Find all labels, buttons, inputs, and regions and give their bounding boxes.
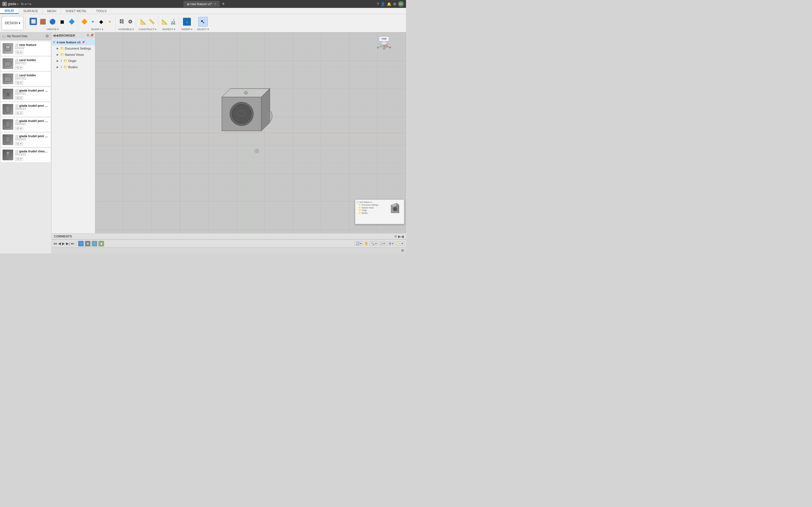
app-dropdown-icon[interactable]: ▾: [17, 3, 18, 6]
app-logo[interactable]: ● giada ▾: [2, 2, 18, 6]
version-badge[interactable]: V2 ▾: [15, 96, 23, 100]
tab-sheet-metal[interactable]: SHEET METAL: [61, 8, 91, 14]
active-tab[interactable]: ◼ new feature v1* ×: [184, 1, 220, 7]
section-analysis-button[interactable]: 🔬: [169, 18, 177, 25]
offset-plane-button[interactable]: 📐: [139, 18, 147, 25]
revolve-button[interactable]: 🔵: [48, 17, 57, 26]
new-component-button[interactable]: ⬜: [29, 17, 38, 26]
tab-mesh[interactable]: MESH: [43, 8, 61, 14]
list-item[interactable]: ⬜ giada trudel chess piece 10/13/21 V4 ▾: [1, 148, 50, 163]
select-button[interactable]: ↖: [198, 17, 208, 26]
undo-button[interactable]: ↩: [24, 2, 28, 6]
mini-map[interactable]: ⬜ new feature v1 📁 Document Settings 📁 N…: [355, 200, 404, 224]
timeline-icon-feature[interactable]: ◆: [98, 241, 104, 246]
tree-arrow-origin[interactable]: ▶: [56, 59, 59, 63]
loft-button[interactable]: 🔷: [67, 17, 76, 26]
tab-solid[interactable]: SOLID: [0, 8, 19, 14]
list-item[interactable]: ⬜ new feature 1/12/22 V1 ▾: [1, 41, 50, 56]
timeline-icon-sketch[interactable]: □: [78, 241, 84, 246]
zoom-button[interactable]: 🔍 ▾: [370, 241, 378, 245]
avatar[interactable]: GT: [398, 1, 404, 7]
measure-button[interactable]: 📐: [161, 18, 168, 25]
construct-btn2[interactable]: 📏: [148, 18, 156, 25]
version-badge[interactable]: V1 ▾: [15, 127, 23, 130]
version-badge[interactable]: V1 ▾: [15, 142, 23, 145]
browser-settings-button[interactable]: ⚙: [87, 34, 89, 37]
tree-item-document-settings[interactable]: ▶ 📁 Document Settings: [52, 45, 95, 52]
timeline-icon-extrude[interactable]: ■: [85, 241, 91, 246]
tab-close-button[interactable]: ×: [214, 2, 216, 6]
press-pull-button[interactable]: 🔶: [80, 18, 88, 25]
list-item[interactable]: ⬜ giada trudel pen/ pencil holder 10/20/…: [1, 133, 50, 147]
tree-arrow-bodies[interactable]: ▶: [56, 65, 59, 69]
sweep-button[interactable]: ◼: [57, 17, 66, 26]
timeline-next-button[interactable]: ▶|: [66, 241, 70, 245]
version-badge[interactable]: V4 ▾: [15, 157, 23, 161]
timeline-play-button[interactable]: ▶: [62, 241, 65, 245]
tab-surface[interactable]: SURFACE: [19, 8, 43, 14]
browser-collapse-button[interactable]: ◀◀: [53, 33, 58, 38]
pan-button[interactable]: ✋: [364, 241, 368, 245]
display-settings-button[interactable]: ⊞ ▾: [388, 241, 395, 245]
redo-button[interactable]: ↪: [28, 2, 31, 6]
nav-dot[interactable]: +: [255, 149, 259, 153]
modify-label[interactable]: MODIFY ▾: [91, 28, 103, 31]
inspect-label[interactable]: INSPECT ▾: [162, 28, 175, 31]
panel-settings-icon[interactable]: ⚙: [45, 34, 49, 38]
rigid-group-button[interactable]: ⚙: [126, 18, 134, 25]
orbit-mode-button[interactable]: 🔄 ▾: [354, 241, 363, 245]
version-badge[interactable]: V1 ▾: [15, 81, 23, 84]
home-icon[interactable]: ⌂: [2, 34, 4, 38]
account-button[interactable]: 👤: [380, 2, 385, 6]
help-button[interactable]: ?: [377, 2, 379, 6]
list-item[interactable]: ⬜ card holder 10/27/21 V1 ▾: [1, 57, 50, 71]
timeline-rewind-button[interactable]: ⏮: [53, 241, 57, 245]
insert-derive-button[interactable]: ↓: [183, 18, 191, 25]
list-item[interactable]: ⬜ giada trudel pen/ pencil holder 10/25/…: [1, 102, 50, 117]
viewport[interactable]: + TOP: [95, 33, 406, 233]
version-badge[interactable]: V1 ▾: [15, 51, 23, 54]
view-mode-button[interactable]: ◻ ▾: [379, 241, 387, 245]
tree-eye-icon-bodies[interactable]: 👁: [60, 66, 63, 69]
tree-arrow-named[interactable]: ▶: [56, 53, 59, 57]
timeline-icon-fillet[interactable]: ○: [92, 241, 97, 246]
status-settings-button[interactable]: ⚙: [401, 248, 404, 252]
joint-button[interactable]: ⛓: [118, 18, 126, 25]
comments-collapse-button[interactable]: ▶◀: [398, 234, 404, 238]
fillet-button[interactable]: 🔹: [89, 18, 97, 25]
create-label[interactable]: CREATE ▾: [47, 28, 59, 31]
chamfer-button[interactable]: ◆: [97, 18, 105, 25]
version-badge[interactable]: V1 ▾: [15, 66, 23, 69]
list-item[interactable]: ⬜ card holder 10/27/21 V1 ▾: [1, 72, 50, 87]
tree-root[interactable]: ▼ ■ new feature v1 📌: [52, 39, 95, 45]
refresh-button[interactable]: ↻: [21, 2, 24, 6]
insert-group: ↓ INSERT ▾: [180, 15, 195, 31]
version-badge[interactable]: V1 ▾: [15, 112, 23, 115]
timeline-end-button[interactable]: ⏭: [71, 241, 74, 245]
shell-button[interactable]: 🔸: [106, 18, 114, 25]
list-item[interactable]: ⬜ giada trudel pen/ pencil holder 10/20/…: [1, 117, 50, 132]
tree-eye-icon[interactable]: 👁: [60, 59, 63, 62]
select-label[interactable]: SELECT ▾: [197, 28, 209, 31]
browser-pin-button[interactable]: 📌: [90, 34, 94, 37]
tree-arrow-doc[interactable]: ▶: [56, 47, 59, 50]
extrude-button[interactable]: 🟫: [38, 17, 47, 26]
view-gizmo[interactable]: TOP: [376, 35, 392, 51]
notification-button[interactable]: 🔔: [387, 2, 391, 6]
insert-label[interactable]: INSERT ▾: [181, 28, 193, 31]
new-tab-button[interactable]: +: [222, 1, 225, 6]
tree-root-collapse[interactable]: ▼: [52, 40, 56, 44]
tree-item-bodies[interactable]: ▶ 👁 📁 Bodies: [52, 64, 95, 70]
tree-item-named-views[interactable]: ▶ 📁 Named Views: [52, 52, 95, 58]
effects-button[interactable]: ✨ ▾: [396, 241, 404, 245]
list-item[interactable]: ⬜ giada trudel pen/ pencil holder 10/27/…: [1, 87, 50, 102]
tree-item-origin[interactable]: ▶ 👁 📁 Origin: [52, 58, 95, 64]
inspect-group: 📐 🔬 INSPECT ▾: [159, 15, 179, 31]
settings-button-top[interactable]: ⚙: [393, 2, 396, 6]
timeline-prev-button[interactable]: ◀: [58, 241, 61, 245]
tab-tools[interactable]: TOOLS: [92, 8, 111, 14]
construct-label[interactable]: CONSTRUCT ▾: [139, 28, 156, 31]
design-button[interactable]: DESIGN ▾: [2, 16, 23, 30]
assemble-label[interactable]: ASSEMBLE ▾: [118, 28, 134, 31]
comments-settings-button[interactable]: ⚙: [394, 235, 397, 238]
